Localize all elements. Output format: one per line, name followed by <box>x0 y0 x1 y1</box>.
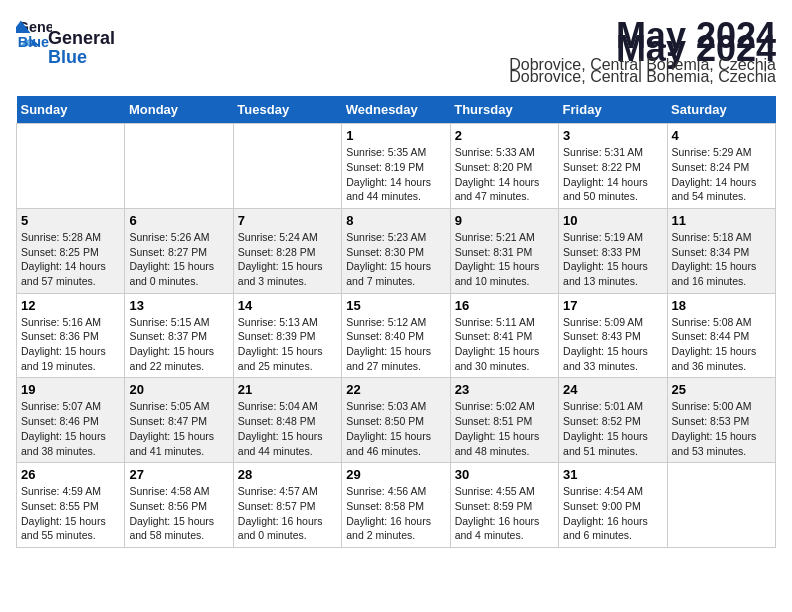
day-info: Sunrise: 5:15 AM Sunset: 8:37 PM Dayligh… <box>129 315 228 374</box>
day-info: Sunrise: 5:09 AM Sunset: 8:43 PM Dayligh… <box>563 315 662 374</box>
logo-icon: General Blue <box>16 16 52 52</box>
calendar-cell-1-3 <box>233 124 341 209</box>
day-info: Sunrise: 5:19 AM Sunset: 8:33 PM Dayligh… <box>563 230 662 289</box>
calendar-cell-5-5: 30Sunrise: 4:55 AM Sunset: 8:59 PM Dayli… <box>450 463 558 548</box>
day-info: Sunrise: 5:23 AM Sunset: 8:30 PM Dayligh… <box>346 230 445 289</box>
calendar-cell-1-5: 2Sunrise: 5:33 AM Sunset: 8:20 PM Daylig… <box>450 124 558 209</box>
day-info: Sunrise: 5:03 AM Sunset: 8:50 PM Dayligh… <box>346 399 445 458</box>
day-number: 12 <box>21 298 120 313</box>
day-info: Sunrise: 5:02 AM Sunset: 8:51 PM Dayligh… <box>455 399 554 458</box>
calendar-cell-2-6: 10Sunrise: 5:19 AM Sunset: 8:33 PM Dayli… <box>559 208 667 293</box>
calendar-cell-4-2: 20Sunrise: 5:05 AM Sunset: 8:47 PM Dayli… <box>125 378 233 463</box>
day-number: 8 <box>346 213 445 228</box>
weekday-header-monday: Monday <box>125 96 233 124</box>
day-number: 22 <box>346 382 445 397</box>
day-number: 26 <box>21 467 120 482</box>
day-info: Sunrise: 5:01 AM Sunset: 8:52 PM Dayligh… <box>563 399 662 458</box>
day-number: 27 <box>129 467 228 482</box>
calendar-cell-4-3: 21Sunrise: 5:04 AM Sunset: 8:48 PM Dayli… <box>233 378 341 463</box>
calendar-cell-2-1: 5Sunrise: 5:28 AM Sunset: 8:25 PM Daylig… <box>17 208 125 293</box>
weekday-header-wednesday: Wednesday <box>342 96 450 124</box>
day-info: Sunrise: 4:56 AM Sunset: 8:58 PM Dayligh… <box>346 484 445 543</box>
day-number: 9 <box>455 213 554 228</box>
day-number: 5 <box>21 213 120 228</box>
day-number: 25 <box>672 382 771 397</box>
day-number: 21 <box>238 382 337 397</box>
day-info: Sunrise: 5:11 AM Sunset: 8:41 PM Dayligh… <box>455 315 554 374</box>
day-number: 6 <box>129 213 228 228</box>
calendar-cell-1-2 <box>125 124 233 209</box>
calendar-cell-1-6: 3Sunrise: 5:31 AM Sunset: 8:22 PM Daylig… <box>559 124 667 209</box>
weekday-header-friday: Friday <box>559 96 667 124</box>
calendar-cell-3-4: 15Sunrise: 5:12 AM Sunset: 8:40 PM Dayli… <box>342 293 450 378</box>
day-number: 7 <box>238 213 337 228</box>
day-number: 18 <box>672 298 771 313</box>
day-number: 16 <box>455 298 554 313</box>
day-info: Sunrise: 5:33 AM Sunset: 8:20 PM Dayligh… <box>455 145 554 204</box>
calendar-cell-2-7: 11Sunrise: 5:18 AM Sunset: 8:34 PM Dayli… <box>667 208 775 293</box>
calendar-cell-3-1: 12Sunrise: 5:16 AM Sunset: 8:36 PM Dayli… <box>17 293 125 378</box>
day-info: Sunrise: 4:59 AM Sunset: 8:55 PM Dayligh… <box>21 484 120 543</box>
calendar-cell-1-7: 4Sunrise: 5:29 AM Sunset: 8:24 PM Daylig… <box>667 124 775 209</box>
day-info: Sunrise: 5:00 AM Sunset: 8:53 PM Dayligh… <box>672 399 771 458</box>
weekday-header-row: SundayMondayTuesdayWednesdayThursdayFrid… <box>17 96 776 124</box>
day-number: 28 <box>238 467 337 482</box>
weekday-header-saturday: Saturday <box>667 96 775 124</box>
day-info: Sunrise: 5:08 AM Sunset: 8:44 PM Dayligh… <box>672 315 771 374</box>
calendar-cell-4-6: 24Sunrise: 5:01 AM Sunset: 8:52 PM Dayli… <box>559 378 667 463</box>
day-info: Sunrise: 5:18 AM Sunset: 8:34 PM Dayligh… <box>672 230 771 289</box>
calendar-cell-5-2: 27Sunrise: 4:58 AM Sunset: 8:56 PM Dayli… <box>125 463 233 548</box>
day-info: Sunrise: 5:21 AM Sunset: 8:31 PM Dayligh… <box>455 230 554 289</box>
day-number: 14 <box>238 298 337 313</box>
day-number: 24 <box>563 382 662 397</box>
title-area: May 2024 Dobrovice, Central Bohemia, Cze… <box>509 16 776 74</box>
day-info: Sunrise: 5:26 AM Sunset: 8:27 PM Dayligh… <box>129 230 228 289</box>
day-number: 3 <box>563 128 662 143</box>
day-info: Sunrise: 4:57 AM Sunset: 8:57 PM Dayligh… <box>238 484 337 543</box>
calendar-cell-3-5: 16Sunrise: 5:11 AM Sunset: 8:41 PM Dayli… <box>450 293 558 378</box>
day-number: 31 <box>563 467 662 482</box>
calendar-cell-5-4: 29Sunrise: 4:56 AM Sunset: 8:58 PM Dayli… <box>342 463 450 548</box>
month-year-title: May 2024 <box>509 16 776 56</box>
calendar-table: SundayMondayTuesdayWednesdayThursdayFrid… <box>16 96 776 548</box>
day-info: Sunrise: 5:16 AM Sunset: 8:36 PM Dayligh… <box>21 315 120 374</box>
calendar-cell-5-7 <box>667 463 775 548</box>
day-info: Sunrise: 5:24 AM Sunset: 8:28 PM Dayligh… <box>238 230 337 289</box>
calendar-cell-4-1: 19Sunrise: 5:07 AM Sunset: 8:46 PM Dayli… <box>17 378 125 463</box>
calendar-cell-1-4: 1Sunrise: 5:35 AM Sunset: 8:19 PM Daylig… <box>342 124 450 209</box>
day-number: 11 <box>672 213 771 228</box>
calendar-cell-5-1: 26Sunrise: 4:59 AM Sunset: 8:55 PM Dayli… <box>17 463 125 548</box>
day-number: 10 <box>563 213 662 228</box>
calendar-week-2: 5Sunrise: 5:28 AM Sunset: 8:25 PM Daylig… <box>17 208 776 293</box>
day-info: Sunrise: 5:35 AM Sunset: 8:19 PM Dayligh… <box>346 145 445 204</box>
calendar-cell-3-7: 18Sunrise: 5:08 AM Sunset: 8:44 PM Dayli… <box>667 293 775 378</box>
location-subtitle: Dobrovice, Central Bohemia, Czechia <box>509 56 776 74</box>
day-info: Sunrise: 5:04 AM Sunset: 8:48 PM Dayligh… <box>238 399 337 458</box>
day-info: Sunrise: 5:29 AM Sunset: 8:24 PM Dayligh… <box>672 145 771 204</box>
calendar-cell-4-5: 23Sunrise: 5:02 AM Sunset: 8:51 PM Dayli… <box>450 378 558 463</box>
calendar-cell-4-7: 25Sunrise: 5:00 AM Sunset: 8:53 PM Dayli… <box>667 378 775 463</box>
weekday-header-thursday: Thursday <box>450 96 558 124</box>
day-info: Sunrise: 4:55 AM Sunset: 8:59 PM Dayligh… <box>455 484 554 543</box>
calendar-week-4: 19Sunrise: 5:07 AM Sunset: 8:46 PM Dayli… <box>17 378 776 463</box>
calendar-cell-4-4: 22Sunrise: 5:03 AM Sunset: 8:50 PM Dayli… <box>342 378 450 463</box>
calendar-cell-3-3: 14Sunrise: 5:13 AM Sunset: 8:39 PM Dayli… <box>233 293 341 378</box>
calendar-cell-1-1 <box>17 124 125 209</box>
calendar-week-1: 1Sunrise: 5:35 AM Sunset: 8:19 PM Daylig… <box>17 124 776 209</box>
day-number: 2 <box>455 128 554 143</box>
day-number: 30 <box>455 467 554 482</box>
day-number: 20 <box>129 382 228 397</box>
calendar-cell-2-5: 9Sunrise: 5:21 AM Sunset: 8:31 PM Daylig… <box>450 208 558 293</box>
calendar-cell-2-4: 8Sunrise: 5:23 AM Sunset: 8:30 PM Daylig… <box>342 208 450 293</box>
day-number: 29 <box>346 467 445 482</box>
calendar-cell-3-2: 13Sunrise: 5:15 AM Sunset: 8:37 PM Dayli… <box>125 293 233 378</box>
logo: General Blue <box>16 16 52 52</box>
svg-text:Blue: Blue <box>18 34 49 50</box>
calendar-cell-2-3: 7Sunrise: 5:24 AM Sunset: 8:28 PM Daylig… <box>233 208 341 293</box>
day-number: 15 <box>346 298 445 313</box>
calendar-cell-5-6: 31Sunrise: 4:54 AM Sunset: 9:00 PM Dayli… <box>559 463 667 548</box>
calendar-cell-5-3: 28Sunrise: 4:57 AM Sunset: 8:57 PM Dayli… <box>233 463 341 548</box>
calendar-cell-3-6: 17Sunrise: 5:09 AM Sunset: 8:43 PM Dayli… <box>559 293 667 378</box>
day-info: Sunrise: 5:12 AM Sunset: 8:40 PM Dayligh… <box>346 315 445 374</box>
day-info: Sunrise: 4:54 AM Sunset: 9:00 PM Dayligh… <box>563 484 662 543</box>
